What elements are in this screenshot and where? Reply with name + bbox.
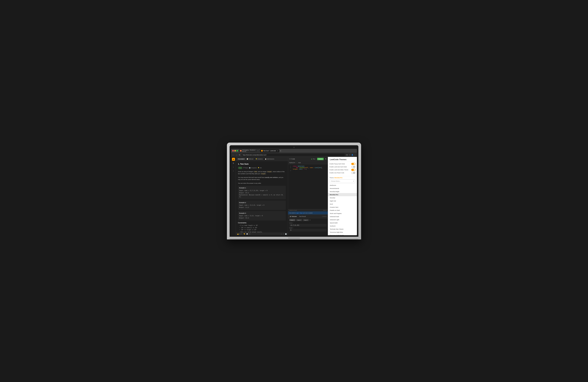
auto-reset-label: Enable Auto Reset Code <box>330 172 351 174</box>
back-button[interactable]: ← <box>232 154 234 156</box>
source-label: // Source <box>322 216 327 217</box>
share-stat[interactable]: ⤴ <box>283 233 284 235</box>
comments-count: 710 <box>248 233 250 235</box>
theme-item-textmate-mac[interactable]: Textmate Mac Classic <box>328 227 357 231</box>
theme-dropdown[interactable]: Choose theme... ▾ <box>330 179 356 183</box>
clock-stat[interactable]: 🕐 <box>285 233 287 235</box>
popup-dark-toggle[interactable] <box>351 163 356 165</box>
comments-stat[interactable]: 💬 710 <box>246 233 250 235</box>
theme-item-solarized-dark[interactable]: Solarized Dark <box>328 215 357 218</box>
lc-dark-toggle[interactable] <box>351 166 356 168</box>
tab-debug-close[interactable]: ✕ <box>257 150 258 152</box>
example3-block: Example 3: Input: nums = [3,3], target =… <box>238 211 286 221</box>
close-window-btn[interactable] <box>232 150 234 152</box>
address-input[interactable] <box>242 154 345 156</box>
language-selector[interactable]: Python3 ▾ <box>289 162 295 163</box>
test-result-tab[interactable]: Test Result <box>299 215 307 218</box>
test-input-area: nums = [2,7,11,15] target = 9 <box>288 222 328 235</box>
problem-note-1: You may assume that each input would hav… <box>238 176 286 181</box>
test-toolbar: ⊞ Testcase Test Result // Source <box>288 215 328 219</box>
submit-button[interactable]: Submit <box>317 158 324 160</box>
topics-tag[interactable]: 🏷Topics <box>243 167 248 169</box>
theme-item-pastels-on-dark[interactable]: Pastels on Dark <box>328 209 357 212</box>
example2-input: Input: nums = [3,2,4], target = 6 <box>239 204 285 206</box>
theme-item-oceanic-next[interactable]: Oceanic Next <box>328 206 357 209</box>
dislikes-stat[interactable]: 👎 <box>243 233 245 235</box>
login-link[interactable]: Login / Sign up <box>296 212 304 214</box>
popup-dark-label: Enable Popup Dark Mode <box>330 163 351 165</box>
sidebar-nav-prev[interactable]: ‹ <box>232 165 235 168</box>
problem-content: 1. Two Sum Easy 🏷Topics 🏢Companies <box>236 161 288 233</box>
case-3-btn[interactable]: Case 3 <box>303 219 309 221</box>
run-button[interactable]: ▶ Run <box>310 158 316 160</box>
sidebar-home-icon[interactable]: ⊞ <box>232 158 235 161</box>
tab-submissions[interactable]: 📋Submissions <box>264 158 275 160</box>
auto-reset-toggle[interactable] <box>351 172 356 174</box>
target-input[interactable]: 9 <box>289 229 327 232</box>
theme-item-monokai-bright[interactable]: Monokai Bright <box>328 190 357 193</box>
forward-button[interactable]: → <box>235 154 238 156</box>
profile-icon[interactable]: 👤 <box>351 154 353 156</box>
code-line-2: 2 def twoSum(self, nums: List[int], targ… <box>289 167 327 170</box>
theme-item-tomorrow-night-bright[interactable]: Tomorrow Night Bright <box>328 234 357 235</box>
auto-mode: Auto <box>298 162 301 163</box>
sidebar-list-icon[interactable]: ☰ <box>232 162 235 165</box>
code-editor[interactable]: 1 class Solution: 2 def twoSum(self, num… <box>288 164 328 209</box>
theme-item-spacecadet[interactable]: SpaceCadet <box>328 221 357 224</box>
theme-item-solarized-light[interactable]: Solarized Light <box>328 218 357 221</box>
toggle-editor-theme: Enable LeetCode Editor Theme <box>330 169 356 171</box>
target-input-label: target = <box>289 227 327 229</box>
tab-debug[interactable]: Debugging - Runtime / this-fix... ✕ <box>239 149 260 152</box>
main-content: ⊞ ☰ ‹ › Description <box>231 157 357 235</box>
theme-item-slush-poppies[interactable]: Slush and Poppies <box>328 212 357 215</box>
star-icon[interactable]: ☆ <box>349 154 351 156</box>
code-toolbar: // // Code ▶ Run Submit ⚙ <box>288 157 328 161</box>
testcase-tab[interactable]: ⊞ Testcase <box>289 215 297 218</box>
code-settings-icon[interactable]: ⚙ <box>325 158 327 160</box>
theme-item-nord[interactable]: Nord <box>328 202 357 206</box>
theme-item-merbivore[interactable]: Merbivore <box>328 184 357 187</box>
theme-item-monokai[interactable]: Monokai <box>328 196 357 199</box>
theme-list: MerbivoreMonoindustrialMonokai BrightMon… <box>328 183 357 235</box>
camera <box>294 147 294 148</box>
nums-input[interactable]: [2,7,11,15] <box>289 224 327 227</box>
code-content-1: class Solution: <box>293 165 327 167</box>
dropdown-chevron-icon: ▾ <box>353 181 354 182</box>
editor-theme-toggle[interactable] <box>351 169 356 171</box>
case-2-btn[interactable]: Case 2 <box>296 219 302 221</box>
new-tab-button[interactable]: + <box>279 150 282 152</box>
themes-settings: Enable Popup Dark Mode Enable LeetCode D… <box>328 162 357 176</box>
tab-editorial[interactable]: 📝Editorial <box>246 158 254 160</box>
bookmark-stat[interactable]: ☆ <box>281 233 282 235</box>
tab-leetcode[interactable]: Two Sum - LeetCode ✕ <box>260 149 279 152</box>
constraint-4: Only one valid answer exists. <box>239 231 286 233</box>
theme-item-sunburst[interactable]: Sunburst <box>328 224 357 227</box>
case-1-btn[interactable]: Case 1 <box>289 219 295 221</box>
lang-chevron-icon: ▾ <box>294 162 295 163</box>
reload-button[interactable]: ↻ <box>239 154 241 156</box>
auth-notice: You need to Login / Sign up to run or su… <box>288 211 328 214</box>
case-tabs: Case 1 Case 2 Case 3 + <box>288 219 328 222</box>
menu-icon[interactable]: ⋯ <box>354 154 356 156</box>
likes-stat[interactable]: 👍 54.7K <box>237 233 242 235</box>
theme-item-night-owl[interactable]: Night Owl <box>328 199 357 202</box>
theme-item-monoindustrial[interactable]: Monoindustrial <box>328 187 357 190</box>
sidebar-nav-next[interactable]: › <box>232 169 235 172</box>
companies-tag[interactable]: 🏢Companies <box>249 167 257 169</box>
example1-output: Output: [0,1] <box>239 192 285 194</box>
hint-tag[interactable]: 💡Hint <box>258 167 262 169</box>
theme-item-monokai-pro[interactable]: Monokai Pro <box>328 193 357 196</box>
constraint-3: -10⁹ <= target <= 10⁹ <box>239 229 286 231</box>
theme-item-tomorrow-night-blue[interactable]: Tomorrow Night Blue <box>328 231 357 234</box>
add-case-button[interactable]: + <box>310 219 311 221</box>
minimize-window-btn[interactable] <box>234 150 236 152</box>
constraint-2: -10⁹ <= nums[i] <= 10⁹ <box>239 227 286 229</box>
window-controls <box>232 150 238 152</box>
test-area: ⊞ Testcase Test Result // Source C <box>288 214 328 235</box>
tab-description[interactable]: Description <box>237 158 246 160</box>
tab-solutions[interactable]: 💡Solutions <box>255 158 264 160</box>
laptop-screen: Debugging - Runtime / this-fix... ✕ Two … <box>231 149 357 235</box>
tab-leetcode-close[interactable]: ✕ <box>277 150 278 152</box>
extensions-icon[interactable]: ⧉ <box>346 154 348 156</box>
maximize-window-btn[interactable] <box>236 150 238 152</box>
